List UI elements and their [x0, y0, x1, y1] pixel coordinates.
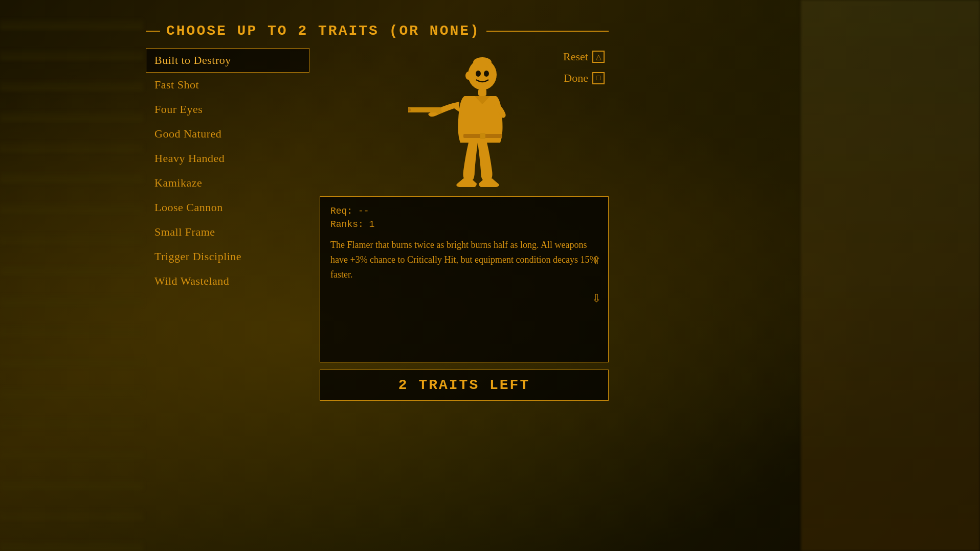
vault-boy-image	[408, 53, 521, 196]
scroll-up-button[interactable]: ⇧	[590, 252, 603, 269]
svg-rect-7	[408, 108, 411, 111]
scroll-down-button[interactable]: ⇩	[590, 290, 603, 307]
svg-point-1	[473, 57, 492, 67]
trait-item-fast-shot[interactable]: Fast Shot	[146, 73, 309, 97]
header-line-left	[146, 31, 160, 32]
main-panel: CHOOSE UP TO 2 TRAITS (OR NONE) Built to…	[146, 23, 609, 406]
done-button[interactable]: Done □	[560, 70, 609, 87]
traits-list: Built to DestroyFast ShotFour EyesGood N…	[146, 48, 309, 401]
trait-item-four-eyes[interactable]: Four Eyes	[146, 97, 309, 122]
content-area: Built to DestroyFast ShotFour EyesGood N…	[146, 48, 609, 401]
info-description: The Flamer that burns twice as bright bu…	[330, 238, 598, 282]
reset-button[interactable]: Reset △	[559, 48, 609, 65]
trait-item-small-frame[interactable]: Small Frame	[146, 220, 309, 244]
trait-item-loose-cannon[interactable]: Loose Cannon	[146, 195, 309, 220]
svg-rect-5	[478, 89, 486, 96]
panel-title: CHOOSE UP TO 2 TRAITS (OR NONE)	[166, 23, 480, 39]
done-icon: □	[592, 72, 605, 84]
trait-item-heavy-handed[interactable]: Heavy Handed	[146, 146, 309, 171]
svg-point-2	[476, 71, 481, 77]
traits-left-text: 2 TRAITS LEFT	[330, 377, 598, 393]
reset-label: Reset	[563, 50, 588, 63]
right-side: Reset △ Done □	[320, 48, 609, 401]
traits-left-box: 2 TRAITS LEFT	[320, 370, 609, 401]
scroll-controls: ⇧ ⇩	[590, 252, 603, 307]
trait-item-good-natured[interactable]: Good Natured	[146, 122, 309, 146]
panel-header: CHOOSE UP TO 2 TRAITS (OR NONE)	[146, 23, 609, 39]
svg-point-3	[484, 71, 489, 77]
background-right	[801, 0, 980, 551]
trait-item-trigger-discipline[interactable]: Trigger Discipline	[146, 244, 309, 269]
header-line-right	[486, 31, 609, 32]
trait-item-built-to-destroy[interactable]: Built to Destroy	[146, 48, 309, 73]
svg-point-4	[465, 72, 472, 80]
info-ranks: Ranks: 1	[330, 219, 598, 229]
trait-item-kamikaze[interactable]: Kamikaze	[146, 171, 309, 195]
action-buttons: Reset △ Done □	[559, 48, 609, 87]
reset-icon: △	[592, 51, 605, 63]
svg-rect-9	[480, 133, 485, 139]
info-box: Req: -- Ranks: 1 The Flamer that burns t…	[320, 196, 609, 362]
info-req: Req: --	[330, 206, 598, 216]
trait-item-wild-wasteland[interactable]: Wild Wasteland	[146, 269, 309, 293]
done-label: Done	[564, 72, 588, 85]
